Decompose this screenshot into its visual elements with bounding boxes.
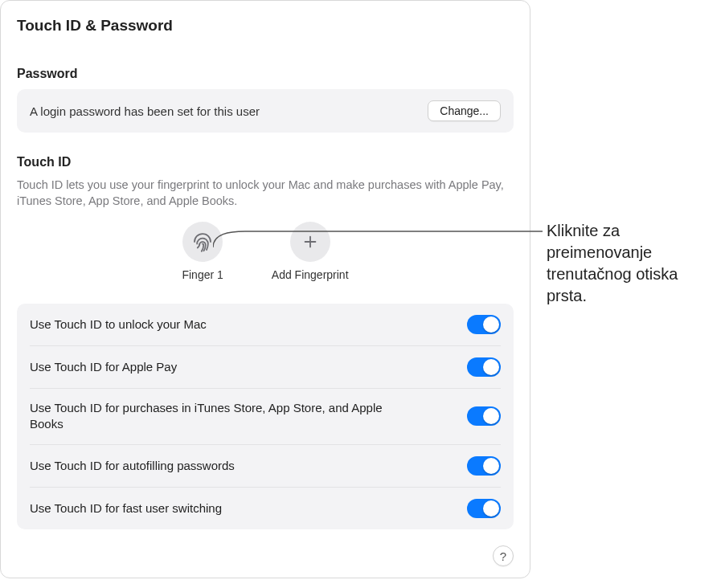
toggle-fast-switching[interactable] xyxy=(467,499,501,518)
option-label: Use Touch ID to unlock your Mac xyxy=(30,316,207,333)
option-fast-switching: Use Touch ID for fast user switching xyxy=(30,488,501,529)
callout-text: Kliknite za preimenovanje trenutačnog ot… xyxy=(547,220,715,307)
password-heading: Password xyxy=(17,67,514,81)
touchid-options-card: Use Touch ID to unlock your Mac Use Touc… xyxy=(17,304,514,529)
option-autofill: Use Touch ID for autofilling passwords xyxy=(30,445,501,488)
fingerprint-icon-circle[interactable] xyxy=(182,222,223,262)
add-fingerprint[interactable]: Add Fingerprint xyxy=(272,222,349,281)
option-label: Use Touch ID for autofilling passwords xyxy=(30,458,235,474)
option-label: Use Touch ID for purchases in iTunes Sto… xyxy=(30,400,416,433)
plus-icon xyxy=(301,233,319,251)
toggle-autofill[interactable] xyxy=(467,456,501,476)
toggle-unlock-mac[interactable] xyxy=(467,315,501,334)
option-label: Use Touch ID for Apple Pay xyxy=(30,359,177,375)
help-button[interactable]: ? xyxy=(493,545,514,566)
fingerprints-row: Finger 1 Add Fingerprint xyxy=(17,222,514,281)
fingerprint-1[interactable]: Finger 1 xyxy=(182,222,223,281)
settings-pane: Touch ID & Password Password A login pas… xyxy=(0,0,530,578)
option-purchases: Use Touch ID for purchases in iTunes Sto… xyxy=(30,389,501,445)
toggle-purchases[interactable] xyxy=(467,406,501,426)
password-card: A login password has been set for this u… xyxy=(17,89,514,133)
toggle-apple-pay[interactable] xyxy=(467,357,501,377)
option-unlock-mac: Use Touch ID to unlock your Mac xyxy=(30,304,501,346)
option-label: Use Touch ID for fast user switching xyxy=(30,500,222,517)
fingerprint-1-label: Finger 1 xyxy=(182,268,223,281)
page-title: Touch ID & Password xyxy=(17,17,514,35)
change-password-button[interactable]: Change... xyxy=(428,100,501,121)
add-fingerprint-label: Add Fingerprint xyxy=(272,268,349,281)
add-fingerprint-circle[interactable] xyxy=(290,222,330,262)
touchid-description: Touch ID lets you use your fingerprint t… xyxy=(17,178,514,209)
fingerprint-icon xyxy=(190,230,215,254)
option-apple-pay: Use Touch ID for Apple Pay xyxy=(30,346,501,389)
touchid-heading: Touch ID xyxy=(17,155,514,169)
password-status: A login password has been set for this u… xyxy=(30,104,260,118)
